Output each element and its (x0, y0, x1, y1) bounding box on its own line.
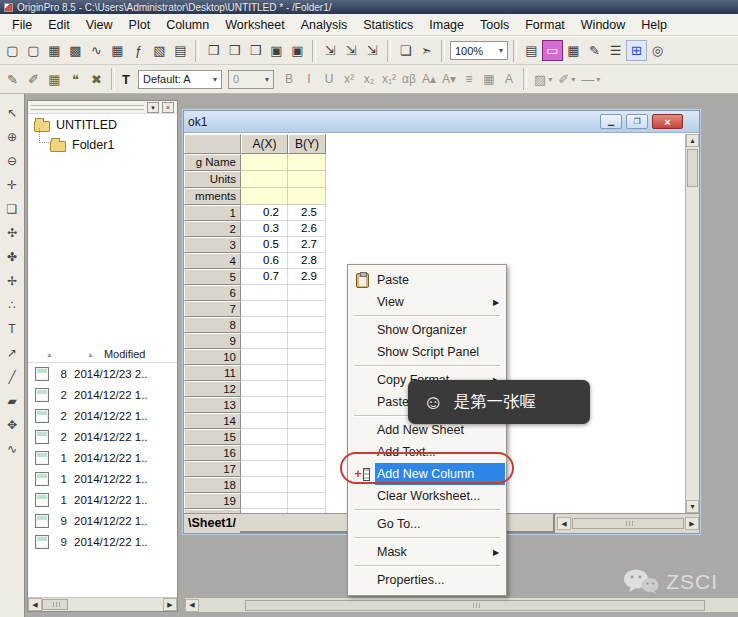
new-graph-button[interactable]: ∿ (86, 40, 107, 61)
menu-item-add-new-column[interactable]: + Add New Column (349, 463, 505, 485)
font-size-select[interactable]: 0 ▾ (228, 70, 274, 89)
cell-b[interactable]: 2.5 (288, 205, 326, 221)
align-button[interactable]: ≡ (459, 69, 479, 89)
list-item[interactable]: 1 2014/12/22 1.. (28, 489, 177, 510)
row-label[interactable]: g Name (184, 154, 241, 171)
copy-format-button[interactable]: ▦ (44, 69, 65, 90)
line-style-button[interactable]: — ▾ (578, 72, 603, 87)
explorer-horizontal-scrollbar[interactable]: ◀ ▶ (28, 597, 177, 611)
data-selector-tool[interactable]: ✣ (3, 224, 22, 241)
scroll-down-arrow[interactable]: ▼ (686, 500, 699, 513)
cell-b[interactable] (288, 397, 326, 413)
slide-view-button[interactable]: ▭ (542, 40, 563, 61)
menu-item[interactable]: Help (633, 15, 675, 35)
menu-item[interactable]: Tools (472, 15, 517, 35)
video-capture-button[interactable]: ▦ (563, 40, 584, 61)
scroll-left-arrow[interactable]: ◀ (28, 598, 42, 611)
list-item[interactable]: 2 2014/12/22 1.. (28, 405, 177, 426)
decrease-font-button[interactable]: A▾ (439, 69, 459, 89)
cell-a[interactable] (241, 301, 288, 317)
row-number[interactable]: 10 (184, 349, 241, 365)
italic-button[interactable]: I (299, 69, 319, 89)
menu-item[interactable]: File (4, 15, 40, 35)
scroll-right-arrow[interactable]: ▶ (685, 517, 699, 530)
comments-cell-a[interactable] (241, 188, 288, 205)
sort-icon[interactable]: ▲ (46, 351, 53, 358)
cell-b[interactable] (288, 317, 326, 333)
list-header[interactable]: ▲ ▲ Modified (28, 346, 177, 363)
cell-b[interactable] (288, 381, 326, 397)
row-label[interactable]: mments (184, 188, 241, 205)
menu-item[interactable]: Window (573, 15, 633, 35)
font-select[interactable]: Default: A ▾ (138, 70, 222, 89)
underline-button[interactable]: U (319, 69, 339, 89)
tree-item-folder1[interactable]: Folder1 (28, 134, 177, 154)
scroll-thumb[interactable] (245, 600, 705, 611)
row-label[interactable]: Units (184, 171, 241, 188)
import-multiple-button[interactable]: ⇲ (362, 40, 383, 61)
cell-b[interactable] (288, 285, 326, 301)
menu-item-paste[interactable]: Paste (349, 269, 505, 291)
layer-manager-button[interactable]: ⊞ (626, 40, 647, 61)
cell-b[interactable] (288, 413, 326, 429)
menu-item-show-organizer[interactable]: Show Organizer (349, 319, 505, 341)
new-notes-button[interactable]: ▤ (170, 40, 191, 61)
menu-item-properties[interactable]: Properties... (349, 569, 505, 591)
open-excel-button[interactable]: ❒ (245, 40, 266, 61)
menu-item[interactable]: Column (158, 15, 217, 35)
border-button[interactable]: ▦ (479, 69, 499, 89)
minimize-button[interactable]: ▁ (600, 114, 622, 129)
worksheet-horizontal-scrollbar[interactable]: ◀ ▶ (553, 514, 699, 533)
book1-title-bar[interactable]: ok1 ▁ ❐ × (184, 111, 699, 133)
row-number[interactable]: 13 (184, 397, 241, 413)
rectangle-tool[interactable]: ▰ (3, 392, 22, 409)
text-tool[interactable]: T (3, 320, 22, 337)
print-button[interactable]: ▤ (521, 40, 542, 61)
new-function-button[interactable]: ƒ (128, 40, 149, 61)
line-color-button[interactable]: ✐ ▾ (555, 72, 578, 87)
menu-item[interactable]: Image (421, 15, 472, 35)
zoom-select[interactable]: 100% ▾ (450, 41, 508, 60)
explorer-menu-button[interactable]: ▾ (147, 102, 159, 113)
save-template-button[interactable]: ▣ (287, 40, 308, 61)
new-project-button[interactable]: ▢ (2, 40, 23, 61)
cell-a[interactable]: 0.2 (241, 205, 288, 221)
row-number[interactable]: 11 (184, 365, 241, 381)
zoom-in-tool[interactable]: ⊕ (3, 128, 22, 145)
long-name-cell-a[interactable] (241, 154, 288, 171)
cell-a[interactable] (241, 349, 288, 365)
list-item[interactable]: 9 2014/12/22 1.. (28, 531, 177, 552)
font-color-button[interactable]: A (499, 69, 519, 89)
close-button[interactable]: × (652, 114, 683, 129)
comments-cell-b[interactable] (288, 188, 326, 205)
list-item[interactable]: 1 2014/12/22 1.. (28, 468, 177, 489)
row-number[interactable]: 14 (184, 413, 241, 429)
new-workbook-button[interactable]: ▦ (44, 40, 65, 61)
import-ascii-button[interactable]: ⇲ (341, 40, 362, 61)
cell-a[interactable] (241, 477, 288, 493)
list-item[interactable]: 9 2014/12/22 1.. (28, 510, 177, 531)
scroll-up-arrow[interactable]: ▲ (686, 134, 699, 147)
split-panel-button[interactable]: ☰ (605, 40, 626, 61)
menu-item[interactable]: Statistics (355, 15, 421, 35)
menu-item[interactable]: Analysis (293, 15, 356, 35)
units-cell-b[interactable] (288, 171, 326, 188)
fill-style-button[interactable]: ✐ (23, 69, 44, 90)
cell-a[interactable] (241, 285, 288, 301)
cell-b[interactable] (288, 301, 326, 317)
menu-item-show-script-panel[interactable]: Show Script Panel (349, 341, 505, 363)
cell-a[interactable] (241, 397, 288, 413)
row-number[interactable]: 17 (184, 461, 241, 477)
dot-tool[interactable]: ∴ (3, 296, 22, 313)
sheet-tab[interactable]: \Sheet1/ (184, 515, 240, 532)
refresh-button[interactable]: ➣ (416, 40, 437, 61)
explorer-close-button[interactable]: × (162, 102, 174, 113)
long-name-cell-b[interactable] (288, 154, 326, 171)
row-number[interactable]: 3 (184, 237, 241, 253)
annotation-off-button[interactable]: ✖ (86, 69, 107, 90)
cell-b[interactable]: 2.8 (288, 253, 326, 269)
row-number[interactable]: 2 (184, 221, 241, 237)
corner-cell[interactable] (184, 134, 241, 154)
open-button[interactable]: ❒ (203, 40, 224, 61)
cell-a[interactable]: 0.6 (241, 253, 288, 269)
